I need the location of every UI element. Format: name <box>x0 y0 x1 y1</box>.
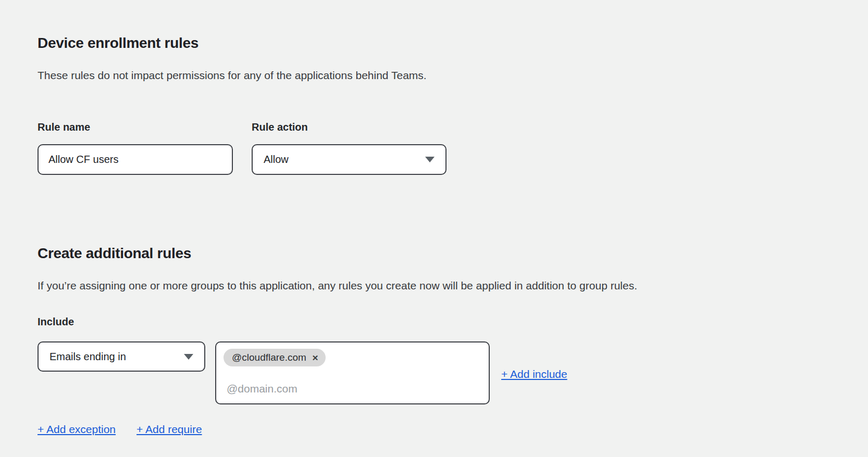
device-enrollment-form: Device enrollment rules These rules do n… <box>0 0 868 436</box>
create-additional-rules-description: If you’re assigning one or more groups t… <box>38 279 830 293</box>
rule-action-selected-value: Allow <box>264 154 289 166</box>
add-include-link[interactable]: + Add include <box>501 367 567 381</box>
rule-fields-row: Rule name Rule action Allow <box>38 121 830 175</box>
rule-action-label: Rule action <box>252 121 447 134</box>
include-selector-selected-value: Emails ending in <box>49 351 126 363</box>
rule-actions-links-row: + Add exception + Add require <box>38 423 830 436</box>
include-values-tag-box[interactable]: @cloudflare.com ✕ <box>215 341 490 404</box>
rule-name-field: Rule name <box>38 121 233 175</box>
email-domain-tag-label: @cloudflare.com <box>232 352 306 363</box>
include-selector-select[interactable]: Emails ending in <box>38 341 205 372</box>
rule-action-field: Rule action Allow <box>252 121 447 175</box>
rule-name-label: Rule name <box>38 121 233 134</box>
include-label: Include <box>38 315 830 328</box>
email-domain-tag: @cloudflare.com ✕ <box>224 349 326 366</box>
rule-action-select[interactable]: Allow <box>252 144 447 175</box>
chevron-down-icon <box>184 354 193 360</box>
page: { "device_rules": { "title": "Device enr… <box>0 0 868 457</box>
add-exception-link[interactable]: + Add exception <box>38 423 116 436</box>
device-enrollment-rules-title: Device enrollment rules <box>38 34 830 52</box>
rule-name-input[interactable] <box>38 144 233 175</box>
create-additional-rules-title: Create additional rules <box>38 245 830 262</box>
include-value-input[interactable] <box>224 382 477 396</box>
chevron-down-icon <box>425 157 435 162</box>
remove-tag-icon[interactable]: ✕ <box>312 354 319 362</box>
add-require-link[interactable]: + Add require <box>137 423 202 436</box>
device-enrollment-rules-description: These rules do not impact permissions fo… <box>38 69 830 82</box>
include-rule-row: Emails ending in @cloudflare.com ✕ + Add… <box>38 341 830 404</box>
